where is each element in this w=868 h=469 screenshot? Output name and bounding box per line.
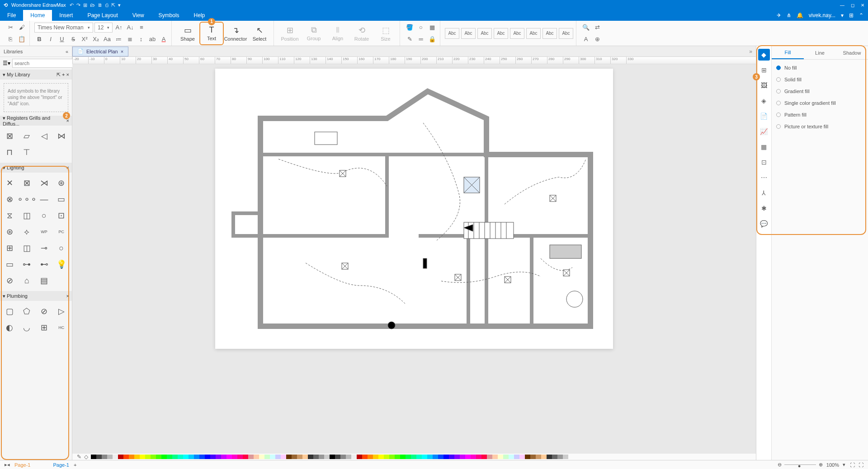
symbol-light-19[interactable]: ⊸ bbox=[38, 241, 51, 255]
opt-single-gradient[interactable]: Single color gradient fill bbox=[776, 100, 863, 106]
font-color-icon[interactable]: A bbox=[159, 34, 169, 44]
zoom-out-icon[interactable]: ⊖ bbox=[778, 462, 782, 468]
document-tab[interactable]: 📄 Electrical Plan × bbox=[72, 47, 128, 56]
data-panel-icon[interactable]: ⊡ bbox=[758, 156, 770, 168]
color-swatch[interactable] bbox=[183, 455, 189, 459]
grow-font-icon[interactable]: A↑ bbox=[114, 23, 124, 33]
clear-format-icon[interactable]: ab bbox=[147, 34, 157, 44]
style-preset-4[interactable]: Abc bbox=[494, 28, 508, 39]
underline-icon[interactable]: U bbox=[57, 34, 67, 44]
symbol-light-3[interactable]: ⋊ bbox=[38, 176, 51, 190]
print-icon[interactable]: ⎙ bbox=[105, 2, 108, 8]
color-swatch[interactable] bbox=[221, 455, 226, 459]
lock-icon[interactable]: 🔒 bbox=[427, 34, 437, 44]
menu-page-layout[interactable]: Page Layout bbox=[80, 10, 125, 21]
symbol-register-6[interactable]: ⊤ bbox=[20, 145, 33, 159]
bell-icon[interactable]: 🔔 bbox=[797, 12, 803, 19]
layers-panel-icon[interactable]: ◈ bbox=[758, 95, 770, 107]
color-swatch[interactable] bbox=[378, 455, 384, 459]
symbol-light-26[interactable]: ⌂ bbox=[20, 274, 33, 287]
style-preset-1[interactable]: Abc bbox=[445, 28, 459, 39]
minimize-icon[interactable]: — bbox=[840, 3, 844, 8]
opt-no-fill[interactable]: No fill bbox=[776, 65, 863, 70]
color-swatch[interactable] bbox=[156, 455, 161, 459]
menu-insert[interactable]: Insert bbox=[52, 10, 80, 21]
page-label-2[interactable]: Page-1 bbox=[53, 462, 69, 468]
text-button[interactable]: 1 TText bbox=[200, 23, 223, 44]
color-swatch[interactable] bbox=[351, 455, 357, 459]
color-swatch[interactable] bbox=[384, 455, 389, 459]
color-swatch[interactable] bbox=[406, 455, 411, 459]
symbol-plumb-6[interactable]: ◡ bbox=[20, 321, 33, 334]
menu-home[interactable]: Home bbox=[23, 10, 52, 21]
symbol-light-22[interactable]: ⊶ bbox=[20, 258, 33, 271]
select-button[interactable]: ↖Select bbox=[248, 23, 271, 44]
bullets-icon[interactable]: ≔ bbox=[113, 34, 123, 44]
library-filter-icon[interactable]: ☰▾ bbox=[3, 60, 10, 66]
user-label[interactable]: vivek.nay... bbox=[809, 12, 835, 19]
color-swatch[interactable] bbox=[129, 455, 134, 459]
symbol-light-17[interactable]: ⊞ bbox=[3, 241, 16, 255]
style-preset-8[interactable]: Abc bbox=[559, 28, 573, 39]
subscript-icon[interactable]: X₂ bbox=[91, 34, 101, 44]
symbol-plumb-2[interactable]: ⬠ bbox=[20, 305, 33, 318]
line-style-icon[interactable]: ═ bbox=[416, 34, 426, 44]
paste-icon[interactable]: 📋 bbox=[17, 34, 27, 44]
color-swatch[interactable] bbox=[123, 455, 129, 459]
color-swatch[interactable] bbox=[232, 455, 237, 459]
layout-panel-icon[interactable]: ⊞ bbox=[758, 64, 770, 76]
symbol-light-18[interactable]: ◫ bbox=[20, 241, 33, 255]
color-swatch[interactable] bbox=[460, 455, 465, 459]
color-swatch[interactable] bbox=[91, 455, 96, 459]
tree-panel-icon[interactable]: ⅄ bbox=[758, 187, 770, 199]
symbol-light-13[interactable]: ⊛ bbox=[3, 225, 16, 239]
color-swatch[interactable] bbox=[134, 455, 140, 459]
close-icon[interactable]: ✕ bbox=[861, 3, 864, 8]
color-swatch[interactable] bbox=[102, 455, 107, 459]
symbol-light-2[interactable]: ⊠ bbox=[20, 176, 33, 190]
drawing-page[interactable] bbox=[215, 69, 613, 349]
color-swatch[interactable] bbox=[519, 455, 525, 459]
color-swatch[interactable] bbox=[210, 455, 216, 459]
more-panel-icon[interactable]: ⋯ bbox=[758, 172, 770, 183]
symbol-light-27[interactable]: ▤ bbox=[38, 274, 51, 287]
shape-button[interactable]: ▭Shape bbox=[176, 23, 199, 44]
send-icon[interactable]: ✈ bbox=[777, 12, 781, 19]
color-swatch[interactable] bbox=[96, 455, 102, 459]
zoom-icon[interactable]: ⊕ bbox=[592, 34, 602, 44]
color-swatch[interactable] bbox=[547, 455, 552, 459]
color-swatch[interactable] bbox=[487, 455, 492, 459]
symbol-light-4[interactable]: ⊛ bbox=[55, 176, 68, 190]
page-panel-icon[interactable]: 📄 bbox=[758, 110, 770, 122]
color-swatch[interactable] bbox=[118, 455, 123, 459]
symbol-light-15[interactable]: WP bbox=[38, 225, 51, 239]
color-swatch[interactable] bbox=[243, 455, 248, 459]
bold-icon[interactable]: B bbox=[34, 34, 44, 44]
symbol-plumb-3[interactable]: ⊘ bbox=[38, 305, 51, 318]
add-page-icon[interactable]: + bbox=[74, 462, 76, 468]
color-swatch[interactable] bbox=[167, 455, 172, 459]
color-swatch[interactable] bbox=[302, 455, 308, 459]
close-plumbing-icon[interactable]: × bbox=[66, 293, 69, 299]
color-swatch[interactable] bbox=[308, 455, 313, 459]
color-swatch[interactable] bbox=[389, 455, 395, 459]
color-swatch[interactable] bbox=[503, 455, 509, 459]
superscript-icon[interactable]: X² bbox=[80, 34, 90, 44]
color-swatch[interactable] bbox=[113, 455, 118, 459]
symbol-light-25[interactable]: ⊘ bbox=[3, 274, 16, 287]
color-swatch[interactable] bbox=[476, 455, 481, 459]
color-swatch[interactable] bbox=[400, 455, 406, 459]
numbering-icon[interactable]: ≣ bbox=[125, 34, 135, 44]
zoom-level[interactable]: 100% bbox=[826, 462, 839, 468]
symbol-light-24[interactable]: 💡 bbox=[55, 258, 68, 271]
style-preset-6[interactable]: Abc bbox=[526, 28, 541, 39]
color-swatch[interactable] bbox=[292, 455, 297, 459]
new-icon[interactable]: ⊞ bbox=[83, 2, 87, 8]
symbol-register-3[interactable]: ◁ bbox=[38, 129, 51, 143]
user-dropdown-icon[interactable]: ▾ bbox=[841, 12, 844, 19]
expand-tabs-icon[interactable]: » bbox=[745, 48, 756, 55]
fill-panel-icon[interactable]: ◆ bbox=[758, 49, 770, 61]
color-swatch[interactable] bbox=[362, 455, 368, 459]
color-swatch[interactable] bbox=[509, 455, 514, 459]
find-icon[interactable]: 🔍 bbox=[581, 23, 591, 33]
